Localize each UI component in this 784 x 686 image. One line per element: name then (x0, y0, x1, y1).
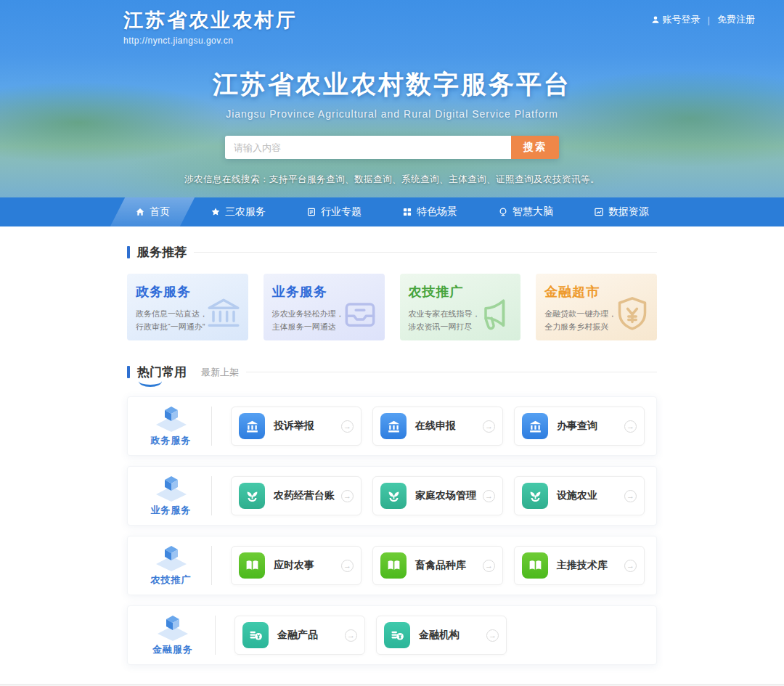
nav-label: 行业专题 (321, 205, 362, 219)
service-label: 农药经营台账 (274, 489, 341, 502)
category-name: 农技推广 (139, 573, 203, 587)
service-item-seasonal-farming[interactable]: 应时农事 (231, 546, 362, 585)
sprout-icon (380, 483, 407, 509)
service-item-online-declaration[interactable]: 在线申报 (372, 407, 503, 446)
service-item-main-technology-db[interactable]: 主推技术库 (514, 546, 645, 585)
service-item-pesticide-ledger[interactable]: 农药经营台账 (231, 476, 362, 515)
section-divider-line (194, 252, 657, 253)
nav-label: 智慧大脑 (513, 205, 553, 219)
search-bar: 搜索 (225, 136, 559, 159)
recommend-card-finance[interactable]: 金融超市 金融贷款一键办理，全力服务乡村振兴 (536, 274, 657, 340)
vertical-divider (211, 546, 212, 585)
register-label: 免费注册 (717, 13, 755, 26)
star-icon (211, 207, 221, 217)
top-bar: 江苏省农业农村厅 http://nynct.jiangsu.gov.cn 账号登… (0, 0, 784, 46)
platform-subtitle: Jiangsu Province Agricultural and Rural … (0, 108, 784, 120)
service-item-complaint-report[interactable]: 投诉举报 (231, 407, 362, 446)
diamond-3d-icon (153, 544, 189, 572)
tab-newly-listed[interactable]: 最新上架 (201, 366, 239, 379)
service-item-financial-institutions[interactable]: 金融机构 (376, 616, 507, 655)
brain-icon (498, 207, 508, 217)
book-icon (239, 552, 265, 579)
pin-3d-icon (153, 475, 189, 502)
divider: | (708, 15, 710, 25)
recommend-section-title: 服务推荐 (137, 244, 187, 261)
category-label: 农技推广 (139, 544, 203, 587)
category-name: 金融服务 (139, 643, 206, 656)
nav-label: 首页 (150, 205, 170, 219)
nav-label: 特色场景 (417, 205, 457, 219)
arrow-right-icon (341, 420, 354, 433)
nav-item-smart-brain[interactable]: 智慧大脑 (479, 197, 572, 226)
category-name: 业务服务 (139, 504, 203, 517)
service-item-affairs-inquiry[interactable]: 办事查询 (514, 407, 645, 446)
tab-hot-common[interactable]: 热门常用 (137, 364, 187, 380)
service-items: 应时农事 畜禽品种库 主推技术库 (231, 546, 645, 585)
service-label: 金融机构 (419, 629, 486, 642)
hot-row-agritech: 农技推广 应时农事 畜禽品种库 主推技术库 (127, 536, 657, 595)
site-logo[interactable]: 江苏省农业农村厅 http://nynct.jiangsu.gov.cn (123, 7, 298, 46)
nav-item-sannong-services[interactable]: 三农服务 (192, 197, 285, 226)
service-label: 投诉举报 (274, 420, 341, 433)
service-label: 家庭农场管理 (415, 489, 483, 502)
arrow-right-icon (624, 560, 637, 572)
active-tab-underline (139, 381, 162, 387)
site-name: 江苏省农业农村厅 (123, 7, 298, 33)
hot-row-government: 政务服务 投诉举报 在线申报 办事查询 (127, 396, 657, 456)
service-label: 在线申报 (415, 420, 483, 433)
arrow-right-icon (483, 560, 495, 572)
service-item-family-farm[interactable]: 家庭农场管理 (372, 476, 503, 515)
hot-service-rows: 政务服务 投诉举报 在线申报 办事查询 (127, 396, 657, 665)
service-item-facility-agriculture[interactable]: 设施农业 (514, 476, 645, 515)
sprout-icon (522, 483, 548, 509)
nav-item-home[interactable]: 首页 (116, 197, 189, 226)
building-icon (306, 207, 317, 217)
nav-label: 数据资源 (608, 205, 649, 219)
main-content: 服务推荐 政务服务 政务信息一站直达，行政审批“一网通办” 业务服务 涉农业务轻… (127, 226, 657, 665)
platform-title: 江苏省农业农村数字服务平台 (0, 68, 784, 102)
nav-item-industry-topics[interactable]: 行业专题 (287, 197, 380, 226)
hero-banner: 江苏省农业农村厅 http://nynct.jiangsu.gov.cn 账号登… (0, 0, 784, 197)
login-link[interactable]: 账号登录 (651, 13, 701, 26)
vertical-divider (215, 616, 216, 655)
nav-item-featured-scenes[interactable]: 特色场景 (383, 197, 476, 226)
arrow-right-icon (483, 490, 495, 502)
service-label: 设施农业 (557, 489, 624, 502)
coins-icon (242, 622, 269, 648)
category-label: 金融服务 (139, 614, 206, 656)
category-name: 政务服务 (139, 434, 203, 447)
sprout-icon (239, 483, 265, 509)
vertical-divider (211, 476, 212, 515)
main-nav: 首页 三农服务 行业专题 特色场景 智慧大脑 数据资源 (0, 197, 784, 226)
coins-icon (384, 622, 410, 648)
service-item-livestock-breed-db[interactable]: 畜禽品种库 (372, 546, 503, 585)
vertical-divider (211, 407, 212, 446)
hot-row-finance: 金融服务 金融产品 金融机构 (127, 605, 657, 665)
service-item-financial-products[interactable]: 金融产品 (234, 616, 365, 655)
service-label: 畜禽品种库 (415, 559, 483, 572)
bank-icon (380, 413, 407, 439)
recommend-card-agritech[interactable]: 农技推广 农业专家在线指导，涉农资讯一网打尽 (400, 274, 521, 340)
nav-item-data-resources[interactable]: 数据资源 (575, 197, 668, 226)
recommend-card-business[interactable]: 业务服务 涉农业务轻松办理，主体服务一网通达 (264, 274, 385, 340)
chart-icon (594, 207, 604, 217)
search-input[interactable] (225, 136, 511, 159)
home-icon (135, 207, 145, 217)
section-divider-line (246, 372, 657, 372)
book-icon (522, 552, 548, 579)
section-accent-bar (127, 366, 130, 378)
recommend-card-government[interactable]: 政务服务 政务信息一站直达，行政审批“一网通办” (127, 274, 248, 340)
section-accent-bar (127, 246, 130, 258)
service-items: 农药经营台账 家庭农场管理 设施农业 (231, 476, 645, 515)
bank-icon (522, 413, 548, 439)
grid-icon (402, 207, 412, 217)
category-label: 业务服务 (139, 475, 203, 517)
service-label: 应时农事 (274, 559, 341, 572)
search-button[interactable]: 搜索 (511, 136, 559, 159)
bank-icon (239, 413, 265, 439)
book-icon (380, 552, 407, 579)
cube-3d-icon (153, 405, 189, 433)
account-links: 账号登录 | 免费注册 (651, 13, 755, 26)
service-items: 金融产品 金融机构 (234, 616, 645, 655)
register-link[interactable]: 免费注册 (717, 13, 755, 26)
